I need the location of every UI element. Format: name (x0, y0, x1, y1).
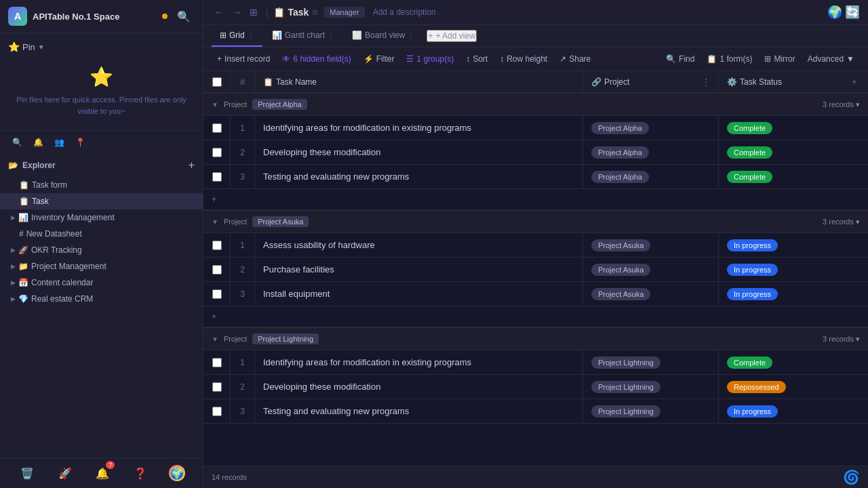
row-1a-add (841, 116, 868, 140)
row-3a-checkbox[interactable] (212, 172, 222, 182)
row-1c-name: Identifying areas for modification in ex… (255, 350, 583, 374)
explorer-add-button[interactable]: + (189, 159, 195, 171)
group-button[interactable]: ☰ 1 group(s) (401, 52, 459, 66)
row-3a-check[interactable] (203, 165, 231, 188)
explorer-header[interactable]: 📂 Explorer + (0, 154, 203, 177)
row-height-button[interactable]: ↕ Row height (494, 52, 553, 66)
row-1c-check[interactable] (203, 350, 231, 374)
group-alpha-chevron-icon[interactable]: ▼ (212, 101, 218, 108)
task-name-column[interactable]: 📋 Task Name (255, 72, 583, 92)
sidebar-item-new-datasheet[interactable]: # New Datasheet (0, 226, 203, 242)
project-column[interactable]: 🔗 Project ⋮ (583, 72, 719, 92)
row-1c-checkbox[interactable] (212, 358, 222, 367)
row-1a-status-tag: Complete (727, 122, 772, 134)
insert-record-button[interactable]: + Insert record (212, 52, 275, 66)
filter-button[interactable]: ⚡ Filter (358, 52, 400, 66)
grid-options-icon[interactable]: ⋮ (248, 32, 254, 39)
group-lightning-chevron-icon[interactable]: ▼ (212, 336, 218, 343)
pin-star-icon: ⭐ (8, 41, 20, 52)
help-button[interactable]: ❓ (131, 464, 150, 483)
row-3b-checkbox[interactable] (212, 289, 222, 299)
pin-chevron-icon[interactable]: ▼ (38, 43, 45, 51)
row-3b-project-tag: Project Asuka (591, 288, 650, 300)
row-1b-check[interactable] (203, 233, 231, 257)
sidebar-item-inventory-management[interactable]: ▶ 📊 Inventory Management (0, 209, 203, 226)
board-options-icon[interactable]: ⋮ (408, 32, 414, 39)
row-2c-check[interactable] (203, 375, 231, 399)
row-2b-checkbox[interactable] (212, 265, 222, 274)
hidden-fields-button[interactable]: 👁 6 hidden field(s) (277, 52, 356, 66)
table-row: 2 Purchase facilities Project Asuka In p… (203, 258, 868, 282)
add-row-asuka-button[interactable]: + (203, 306, 868, 327)
pin-label: Pin (22, 42, 35, 52)
row-2b-check[interactable] (203, 258, 231, 281)
group-project-alpha: ▼ Project Project Alpha 3 records ▾ 1 Id… (203, 93, 868, 210)
check-all-checkbox[interactable] (212, 77, 222, 87)
tab-grid[interactable]: ⊞ Grid ⋮ (212, 25, 262, 47)
row-3c-checkbox[interactable] (212, 407, 222, 416)
search-button[interactable]: 🔍 (173, 9, 195, 24)
sidebar-item-project-management[interactable]: ▶ 📁 Project Management (0, 258, 203, 274)
table-row: 3 Testing and evaluating new programs Pr… (203, 399, 868, 424)
mirror-button[interactable]: ⊞ Mirror (759, 52, 800, 66)
sidebar-item-members[interactable]: 👥 (50, 135, 68, 150)
sidebar-item-location[interactable]: 📍 (71, 135, 90, 150)
row-3b-status-tag: In progress (727, 288, 778, 300)
check-all-column[interactable] (203, 72, 231, 92)
task-star-icon[interactable]: ☆ (311, 7, 319, 17)
user-profile-button[interactable]: 🌍 (169, 465, 185, 481)
row-1b-name: Assess usability of hardware (255, 233, 583, 257)
add-view-button[interactable]: + + Add view (427, 30, 476, 42)
row-3b-check[interactable] (203, 282, 231, 306)
add-row-alpha-button[interactable]: + (203, 189, 868, 210)
trash-button[interactable]: 🗑️ (18, 464, 37, 483)
row-1b-checkbox[interactable] (212, 241, 222, 250)
tab-gantt[interactable]: 📊 Gantt chart ⋮ (264, 25, 342, 47)
sidebar-item-notifications[interactable]: 🔔 (29, 135, 47, 150)
sidebar-item-content-calendar[interactable]: ▶ 📅 Content calendar (0, 274, 203, 291)
manager-badge: Manager (324, 7, 364, 18)
row-2c-checkbox[interactable] (212, 382, 222, 392)
gantt-options-icon[interactable]: ⋮ (328, 32, 334, 39)
back-forward-buttons: ← → (212, 5, 244, 19)
filter-icon: ⚡ (363, 54, 374, 64)
sidebar-item-okr-tracking[interactable]: ▶ 🚀 OKR Tracking (0, 242, 203, 258)
content-cal-chevron-icon: ▶ (11, 279, 16, 286)
task-name-col-icon: 📋 (263, 77, 273, 87)
rocket-button[interactable]: 🚀 (56, 464, 75, 483)
group-alpha-records-count[interactable]: 3 records ▾ (823, 100, 860, 109)
sidebar-item-task[interactable]: 📋 Task (0, 193, 203, 209)
group-lightning-records-count[interactable]: 3 records ▾ (823, 335, 860, 344)
row-2a-checkbox[interactable] (212, 148, 222, 157)
row-1a-checkbox[interactable] (212, 123, 222, 133)
sort-button[interactable]: ↕ Sort (460, 52, 493, 66)
space-name: APITable No.1 Space (33, 12, 157, 22)
group-alpha-key-label: Project (224, 100, 247, 108)
row-1a-check[interactable] (203, 116, 231, 140)
forward-button[interactable]: → (229, 5, 244, 19)
group-lightning-tag: Project Lightning (252, 333, 319, 344)
add-column-button[interactable]: + (841, 77, 868, 87)
tab-board[interactable]: ⬜ Board view ⋮ (344, 25, 422, 47)
notification-bell-button[interactable]: 🔔7 (93, 464, 112, 483)
share-button[interactable]: ↗ Share (554, 52, 596, 66)
project-col-options-icon[interactable]: ⋮ (702, 77, 710, 87)
back-button[interactable]: ← (212, 5, 226, 19)
row-1b-num: 1 (231, 233, 255, 257)
form-button[interactable]: 📋 1 form(s) (701, 52, 757, 66)
add-description-link[interactable]: Add a description (373, 7, 436, 17)
task-icon: 📋 (19, 197, 29, 206)
sidebar-item-real-estate-crm[interactable]: ▶ 💎 Real estate CRM (0, 291, 203, 307)
collapse-sidebar-button[interactable]: ⊞ (247, 4, 260, 20)
sidebar-item-task-form[interactable]: 📋 Task form (0, 177, 203, 193)
group-asuka-records-count[interactable]: 3 records ▾ (823, 218, 860, 226)
row-3c-check[interactable] (203, 399, 231, 423)
group-asuka-chevron-icon[interactable]: ▼ (212, 218, 218, 226)
find-button[interactable]: 🔍 Find (660, 52, 700, 66)
sidebar-item-search[interactable]: 🔍 (8, 135, 26, 150)
table-wrapper[interactable]: # 📋 Task Name 🔗 Project ⋮ ⚙️ Task Status… (203, 71, 868, 466)
row-2a-check[interactable] (203, 140, 231, 164)
project-mgmt-chevron-icon: ▶ (11, 263, 16, 270)
status-column[interactable]: ⚙️ Task Status (719, 72, 841, 92)
advanced-button[interactable]: Advanced ▼ (802, 52, 860, 66)
